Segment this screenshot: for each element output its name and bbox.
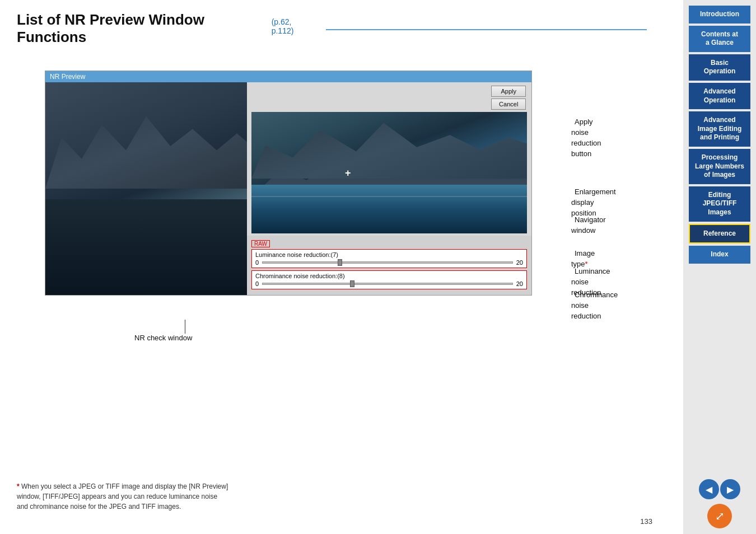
callout-apply-noise-text: Apply noise reductionbutton [571, 118, 601, 158]
page-number: 133 [640, 517, 652, 526]
page-title: List of NR Preview Window Functions (p.6… [17, 11, 314, 46]
chrominance-min: 0 [255, 280, 259, 287]
crosshair-marker: + [345, 167, 351, 179]
sidebar-item-processing-large[interactable]: ProcessingLarge Numbersof Images [689, 149, 750, 184]
prev-arrow[interactable]: ◀ [699, 479, 719, 499]
callout-apply-noise: Apply noise reductionbutton [571, 116, 601, 159]
right-panel: Apply Cancel + [247, 82, 531, 295]
controls-panel: RAW Luminance noise reduction:(7) 0 20 [247, 236, 531, 295]
cancel-button[interactable]: Cancel [491, 99, 526, 110]
main-content: List of NR Preview Window Functions (p.6… [0, 0, 664, 534]
nr-preview-body: Apply Cancel + [45, 82, 531, 295]
next-arrow[interactable]: ▶ [720, 479, 740, 499]
nr-check-line-v [168, 320, 185, 334]
page-title-ref: (p.62, p.112) [272, 17, 314, 35]
luminance-label: Luminance noise reduction:(7) [255, 251, 523, 258]
sidebar-item-reference[interactable]: Reference [689, 224, 750, 244]
callout-enlargement-text: Enlargement displayposition [571, 188, 616, 217]
chrominance-max: 20 [516, 280, 523, 287]
nav-arrows: ◀ ▶ [699, 479, 740, 499]
sidebar-item-editing-jpeg-tiff[interactable]: EditingJPEG/TIFFImages [689, 186, 750, 222]
chrominance-slider[interactable] [262, 283, 513, 285]
chrominance-slider-row: 0 20 [255, 280, 523, 287]
footnote-text: When you select a JPEG or TIFF image and… [17, 483, 228, 510]
home-arrow[interactable]: ⤢ [707, 504, 732, 528]
callout-navigator-text: Navigator window [571, 216, 606, 235]
luminance-min: 0 [255, 259, 259, 266]
footnote: * When you select a JPEG or TIFF image a… [17, 481, 228, 512]
nr-check-label: NR check window [134, 332, 192, 343]
callout-chrominance-text: Chrominance noisereduction [571, 291, 618, 320]
nr-preview-titlebar: NR Preview [45, 71, 531, 82]
callout-chrominance: Chrominance noisereduction [571, 289, 618, 321]
callout-image-type-text: Image type* [571, 249, 595, 268]
luminance-max: 20 [516, 259, 523, 266]
raw-badge: RAW [251, 240, 270, 247]
apply-button[interactable]: Apply [491, 86, 526, 97]
sidebar-item-introduction[interactable]: Introduction [689, 6, 750, 24]
left-image-panel [45, 82, 247, 295]
navigator-area: + [251, 112, 527, 233]
sidebar-item-basic-operation[interactable]: BasicOperation [689, 54, 750, 81]
diagram-area: NR Preview Apply [45, 71, 647, 296]
sidebar: Introduction Contents ata Glance BasicOp… [683, 0, 756, 534]
luminance-slider[interactable] [262, 261, 513, 264]
sidebar-item-contents-at-glance[interactable]: Contents ata Glance [689, 26, 750, 52]
callout-navigator: Navigator window [571, 214, 606, 236]
chrominance-noise-control: Chrominance noise reduction:(8) 0 20 [251, 270, 527, 289]
luminance-noise-control: Luminance noise reduction:(7) 0 20 [251, 249, 527, 268]
nr-preview-window: NR Preview Apply [45, 71, 532, 296]
sidebar-item-advanced-operation[interactable]: AdvancedOperation [689, 83, 750, 109]
callout-enlargement: Enlargement displayposition [571, 186, 616, 218]
nav-image [251, 112, 527, 233]
title-divider [326, 29, 647, 30]
footnote-asterisk: * [17, 483, 20, 490]
sidebar-item-advanced-image-editing[interactable]: AdvancedImage Editingand Printing [689, 111, 750, 147]
top-controls: Apply Cancel [247, 82, 531, 110]
sidebar-item-index[interactable]: Index [689, 246, 750, 264]
chrominance-label: Chrominance noise reduction:(8) [255, 273, 523, 279]
luminance-slider-row: 0 20 [255, 259, 523, 266]
left-image-dark [45, 82, 247, 295]
